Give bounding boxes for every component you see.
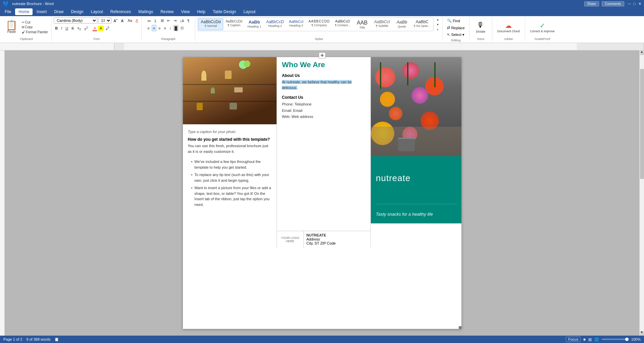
menu-layout2[interactable]: Layout (240, 8, 259, 15)
document-container[interactable]: ✛ (5, 50, 639, 336)
ribbon-group-adobe: ☁ Document Cloud Adobe (492, 17, 525, 41)
decrease-indent-button[interactable]: ⇤ (166, 17, 171, 24)
subscript-button[interactable]: x2 (76, 25, 82, 32)
editing-group-label: Editing (451, 39, 461, 42)
strikethrough-button[interactable]: S (70, 25, 75, 31)
style-title[interactable]: AAB Title (353, 18, 371, 30)
multilevel-button[interactable]: ⊞ (159, 17, 165, 24)
styles-more[interactable]: ≡ (435, 28, 440, 32)
style-contact[interactable]: AaBbCcD ¶ Contact... (333, 18, 353, 30)
clear-format-button[interactable]: A (134, 17, 139, 24)
menu-file[interactable]: File (1, 8, 14, 15)
menu-view[interactable]: View (178, 8, 193, 15)
numbering-button[interactable]: 1. (153, 17, 158, 24)
increase-indent-button[interactable]: ⇥ (172, 17, 178, 24)
shading-para-button[interactable]: █ (173, 25, 179, 31)
document-cloud-button[interactable]: ☁ Document Cloud (494, 20, 523, 34)
resize-handle[interactable] (459, 326, 461, 329)
highlight-button[interactable]: A (98, 26, 104, 31)
select-button[interactable]: ↖ Select ▾ (445, 32, 467, 38)
borders-button[interactable]: ⊡ (179, 25, 185, 31)
menu-insert[interactable]: Insert (33, 8, 50, 15)
scroll-thumb[interactable] (640, 69, 644, 179)
vertical-scrollbar[interactable]: ▲ ▼ (639, 50, 644, 336)
scissors-icon: ✂ (22, 20, 24, 24)
cut-button[interactable]: ✂ Cut (20, 20, 49, 25)
font-size-down-button[interactable]: A- (119, 17, 126, 24)
menu-design[interactable]: Design (67, 8, 87, 15)
replace-button[interactable]: ⇄ Replace (445, 25, 467, 31)
style-company[interactable]: AABBCCDD ¶ Company (306, 18, 332, 30)
show-marks-button[interactable]: ¶ (186, 17, 191, 24)
scroll-down-button[interactable]: ▼ (640, 331, 644, 336)
align-right-button[interactable]: ≡ (157, 25, 162, 31)
style-quote[interactable]: AaBb Quote (393, 18, 411, 30)
style-caption[interactable]: AaBbCcDd ¶ Caption (224, 18, 245, 30)
view-web-button[interactable]: 🌐 (594, 337, 599, 342)
font-color-button[interactable]: A (92, 25, 97, 31)
comments-button[interactable]: Comments (602, 1, 624, 6)
style-heading2[interactable]: AaBbCcD Heading 2 (264, 18, 286, 30)
style-company-preview: AABBCCDD (308, 19, 330, 24)
italic-button[interactable]: I (60, 25, 63, 31)
style-heading3[interactable]: AaBbCcI Heading 3 (287, 18, 306, 30)
justify-button[interactable]: ≡ (162, 25, 167, 31)
menu-references[interactable]: References (107, 8, 134, 15)
bold-button[interactable]: B (54, 25, 59, 31)
ribbon-group-paragraph: ≡• 1. ⊞ ⇤ ⇥ ↕A ¶ ≡ ≡ ≡ ≡ ↕ █ ⊡ Paragraph (142, 17, 195, 41)
style-nospace-name: ¶ No Spac... (414, 24, 430, 28)
minimize-button[interactable]: ─ (628, 2, 631, 6)
superscript-button[interactable]: x2 (83, 25, 89, 32)
replace-label: Replace (451, 26, 464, 30)
font-size-select[interactable]: 11 (98, 17, 111, 24)
middle-column[interactable]: Who We Are About Us At nutreate, we beli… (277, 57, 371, 248)
menu-table-design[interactable]: Table Design (209, 8, 239, 15)
scroll-up-button[interactable]: ▲ (640, 50, 644, 55)
paste-button[interactable]: 📋 Paste (3, 19, 20, 35)
document-page[interactable]: ✛ (183, 57, 461, 329)
search-icon: 🔍 (447, 18, 452, 23)
close-button[interactable]: ✕ (638, 2, 641, 6)
dictate-button[interactable]: 🎙 Dictate (472, 20, 490, 34)
right-column[interactable]: nutreate Tasty snacks for a healthy life (371, 57, 461, 248)
bullet-dot-3: • (191, 185, 193, 207)
align-center-button[interactable]: ≡ (152, 25, 156, 31)
copy-button[interactable]: ⧉ Copy (20, 25, 49, 30)
menu-home[interactable]: Home (15, 8, 33, 15)
font-size-up-button[interactable]: A+ (112, 17, 119, 24)
sort-button[interactable]: ↕A (179, 17, 186, 24)
find-button[interactable]: 🔍 Find (445, 17, 462, 24)
view-normal-button[interactable]: ■ (583, 337, 586, 341)
underline-button[interactable]: U (64, 25, 69, 31)
maximize-button[interactable]: □ (633, 2, 636, 6)
table-move-handle[interactable]: ✛ (319, 52, 326, 58)
styles-scroll-down[interactable]: ▼ (435, 23, 440, 27)
line-spacing-button[interactable]: ↕ (168, 25, 173, 31)
shading-button[interactable]: 🖍 (104, 25, 111, 31)
bullet-dot-1: • (191, 159, 193, 170)
align-left-button[interactable]: ≡ (146, 25, 151, 31)
menu-layout[interactable]: Layout (88, 8, 106, 15)
menu-mailings[interactable]: Mailings (135, 8, 156, 15)
style-subtitle[interactable]: AaBbCcI ¶ Subtitle (372, 18, 392, 30)
change-case-button[interactable]: Aa (126, 17, 133, 24)
left-column[interactable]: Type a caption for your photo How do you… (183, 57, 277, 248)
format-painter-button[interactable]: 🖌 Format Painter (20, 30, 49, 34)
focus-button[interactable]: Focus (566, 337, 581, 342)
bullets-button[interactable]: ≡• (146, 17, 152, 24)
view-print-button[interactable]: ▤ (588, 337, 592, 342)
menu-draw[interactable]: Draw (51, 8, 67, 15)
scroll-track[interactable] (640, 55, 644, 331)
style-nospace[interactable]: AaBbC ¶ No Spac... (411, 18, 433, 30)
font-family-select[interactable]: Cambria (Body) (54, 17, 97, 24)
share-button[interactable]: Share (584, 1, 599, 6)
correct-improve-button[interactable]: ✓ Correct & Improve (527, 20, 558, 34)
menu-help[interactable]: Help (194, 8, 209, 15)
styles-scroll-up[interactable]: ▲ (435, 17, 440, 22)
menu-review[interactable]: Review (157, 8, 177, 15)
format-painter-icon: 🖌 (22, 30, 25, 34)
zoom-thumb[interactable] (625, 338, 629, 341)
style-normal[interactable]: AaBbCcDd ¶ Normal (198, 18, 223, 30)
style-heading1[interactable]: AaBb Heading 1 (245, 18, 263, 30)
zoom-slider[interactable] (602, 339, 629, 340)
